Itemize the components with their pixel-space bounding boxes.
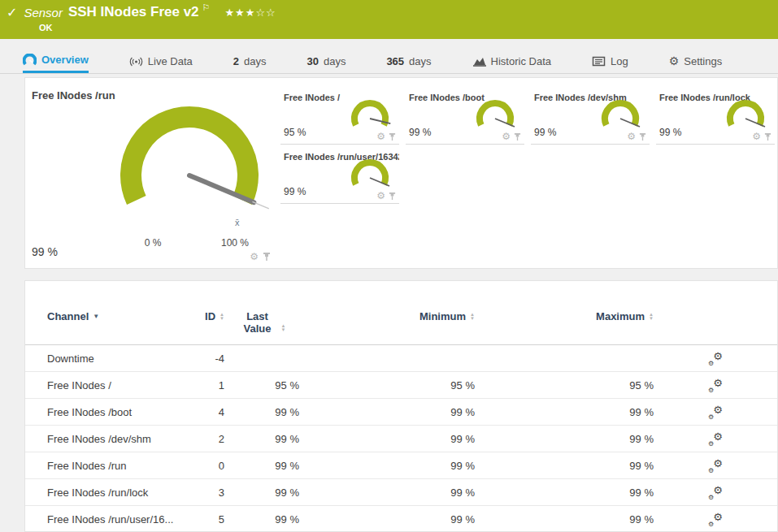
tab-365-days[interactable]: 365 days: [386, 49, 431, 73]
pin-icon[interactable]: [389, 192, 396, 201]
maximum-value: 99 %: [475, 433, 654, 445]
tab-30-days[interactable]: 30 days: [306, 49, 346, 73]
channel-id: 4: [192, 406, 224, 418]
tab-label: Live Data: [148, 55, 193, 67]
tab-log[interactable]: Log: [592, 49, 628, 73]
channel-settings-gear-icon[interactable]: ⚙: [752, 132, 761, 141]
channel-settings-gear-icon[interactable]: ⚙: [376, 132, 385, 141]
channel-settings-icon[interactable]: ⚙⚙: [708, 432, 723, 445]
mini-channel-panel[interactable]: Free INodes / 95 % ⚙: [280, 88, 399, 145]
table-row[interactable]: Downtime -4 ⚙⚙: [25, 345, 777, 372]
mini-channel-panel[interactable]: Free INodes /run/user/16342... 99 % ⚙: [280, 147, 399, 204]
channel-settings-icon[interactable]: ⚙⚙: [708, 378, 723, 391]
column-header-channel[interactable]: Channel ▼: [47, 310, 192, 322]
table-row[interactable]: Free INodes /run 0 99 % 99 % 99 % ⚙⚙: [25, 452, 777, 479]
table-row[interactable]: Free INodes /run/user/16... 5 99 % 99 % …: [25, 506, 777, 532]
log-list-icon: [592, 55, 606, 67]
channel-id: 5: [192, 513, 224, 526]
pin-icon[interactable]: [263, 252, 271, 262]
channel-settings-icon[interactable]: ⚙⚙: [708, 513, 723, 526]
last-value: 99 %: [224, 406, 299, 418]
channel-settings-icon[interactable]: ⚙⚙: [708, 352, 723, 365]
tab-label: days: [324, 55, 346, 67]
tab-settings[interactable]: ⚙ Settings: [669, 49, 723, 73]
column-header-maximum[interactable]: Maximum ▲▼: [475, 310, 654, 322]
primary-channel-value: 99 %: [32, 245, 58, 258]
channel-settings-icon[interactable]: ⚙⚙: [708, 486, 723, 499]
table-row[interactable]: Free INodes / 1 95 % 95 % 95 % ⚙⚙: [25, 372, 777, 399]
gauge-scale-max: 100 %: [211, 237, 259, 249]
channel-settings-gear-icon[interactable]: ⚙: [250, 252, 259, 262]
last-value: 99 %: [224, 433, 299, 445]
maximum-value: 99 %: [475, 513, 654, 526]
tab-overview[interactable]: Overview: [23, 49, 89, 73]
tab-label: days: [244, 55, 266, 67]
gauge-icon: [23, 54, 37, 66]
primary-channel-panel[interactable]: Free INodes /run 0 % 100 % x̄ 99 % ⚙: [25, 78, 277, 268]
mini-channel-value: 99 %: [409, 127, 431, 138]
mini-channel-panel[interactable]: Free INodes /dev/shm 99 % ⚙: [531, 88, 650, 145]
last-value: 99 %: [224, 460, 299, 472]
column-label: ID: [205, 310, 215, 322]
minimum-value: 99 %: [299, 460, 475, 472]
channel-name: Downtime: [47, 353, 192, 365]
channel-name: Free INodes /run/user/16...: [47, 513, 192, 526]
tab-label: Overview: [41, 54, 89, 66]
tab-live-data[interactable]: Live Data: [129, 49, 193, 73]
channel-settings-gear-icon[interactable]: ⚙: [627, 132, 636, 141]
minimum-value: 99 %: [299, 406, 475, 418]
pin-icon[interactable]: [639, 132, 646, 141]
channel-name: Free INodes /boot: [47, 406, 192, 418]
stars-filled: ★★★: [224, 6, 255, 19]
primary-channel-title: Free INodes /run: [32, 89, 115, 102]
table-row[interactable]: Free INodes /dev/shm 2 99 % 99 % 99 % ⚙⚙: [25, 426, 777, 452]
tab-number: 30: [306, 55, 318, 67]
column-label: Channel: [47, 310, 89, 322]
gear-icon: ⚙: [669, 54, 680, 67]
tab-number: 2: [233, 55, 239, 67]
channel-settings-icon[interactable]: ⚙⚙: [708, 405, 723, 418]
maximum-value: 95 %: [475, 379, 654, 391]
pin-icon[interactable]: [514, 132, 521, 141]
stars-empty: ☆☆: [255, 6, 276, 19]
last-value: 95 %: [224, 379, 299, 391]
table-row[interactable]: Free INodes /run/lock 3 99 % 99 % 99 % ⚙…: [25, 479, 777, 506]
gauge-average-marker: x̄: [235, 218, 240, 227]
channel-name: Free INodes /run/lock: [47, 487, 192, 499]
pin-icon[interactable]: [389, 132, 396, 141]
channel-settings-icon[interactable]: ⚙⚙: [708, 459, 723, 472]
tab-label: Historic Data: [491, 55, 551, 67]
last-value: 99 %: [224, 487, 299, 499]
tab-2-days[interactable]: 2 days: [233, 49, 267, 73]
mini-channel-value: 99 %: [659, 127, 681, 138]
pin-icon[interactable]: [764, 132, 771, 141]
priority-stars[interactable]: ★★★☆☆: [224, 6, 276, 19]
column-header-last-value[interactable]: Last Value ▲▼: [224, 310, 299, 335]
flag-icon[interactable]: ⚐: [202, 2, 211, 13]
channel-settings-gear-icon[interactable]: ⚙: [502, 132, 511, 141]
sort-both-icon: ▲▼: [649, 313, 654, 321]
tab-bar: Overview Live Data 2 days 30 days 365 da…: [0, 49, 778, 74]
mini-channel-value: 99 %: [284, 186, 306, 197]
tab-historic-data[interactable]: Historic Data: [472, 49, 551, 73]
channel-name: Free INodes /: [47, 379, 192, 391]
sensor-title: SSH INodes Free v2: [68, 4, 199, 20]
minimum-value: 99 %: [299, 513, 475, 526]
mini-channel-panel[interactable]: Free INodes /boot 99 % ⚙: [406, 88, 524, 145]
column-header-minimum[interactable]: Minimum ▲▼: [299, 310, 475, 322]
mini-channel-value: 99 %: [534, 127, 556, 138]
sort-both-icon: ▲▼: [281, 324, 286, 332]
channel-id: 2: [192, 433, 224, 445]
channel-id: 1: [192, 379, 224, 391]
last-value: 99 %: [224, 513, 299, 526]
channel-settings-gear-icon[interactable]: ⚙: [376, 191, 385, 201]
minimum-value: 99 %: [299, 433, 475, 445]
tab-label: Settings: [684, 55, 722, 67]
mini-channel-panel[interactable]: Free INodes /run/lock 99 % ⚙: [656, 88, 775, 145]
sort-desc-icon: ▼: [93, 313, 99, 320]
status-ok-check-icon: ✓: [7, 5, 17, 20]
channel-id: 0: [192, 460, 224, 472]
column-header-id[interactable]: ID ▲▼: [192, 310, 224, 322]
area-chart-icon: [472, 55, 486, 67]
table-row[interactable]: Free INodes /boot 4 99 % 99 % 99 % ⚙⚙: [25, 399, 777, 426]
